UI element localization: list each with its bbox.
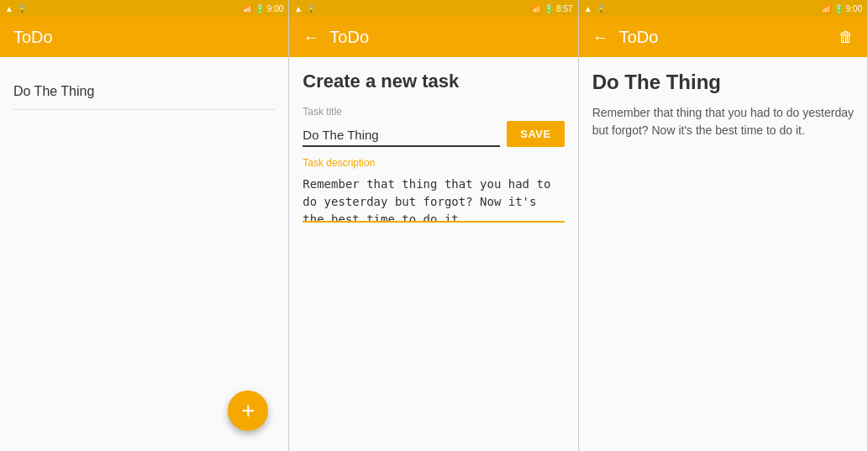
- lock-icon: 🔒: [17, 4, 27, 13]
- status-bar-right-2: 📶 🔋 8:57: [531, 4, 572, 13]
- time-display-1: 9:00: [267, 4, 283, 13]
- time-display-2: 8:57: [556, 4, 572, 13]
- status-bar-1: ▲ 🔒 📶 🔋 9:00: [0, 0, 288, 17]
- status-bar-right-1: 📶 🔋 9:00: [242, 4, 283, 13]
- status-bar-left-1: ▲ 🔒: [5, 4, 27, 13]
- back-button-3[interactable]: ←: [592, 28, 609, 47]
- battery-icon: 🔋: [255, 4, 265, 13]
- back-button-2[interactable]: ←: [302, 28, 319, 47]
- task-item-1[interactable]: Do The Thing: [13, 71, 275, 110]
- create-task-form: Create a new task Task title SAVE Task d…: [289, 57, 577, 451]
- battery-icon-2: 🔋: [544, 4, 554, 13]
- status-bar-left-3: ▲ 🔒: [584, 4, 606, 13]
- app-bar-1: ToDo: [0, 17, 288, 57]
- status-bar-left-2: ▲ 🔒: [294, 4, 316, 13]
- task-title-input[interactable]: [302, 124, 500, 147]
- signal-icon: 📶: [242, 4, 252, 13]
- app-title-1: ToDo: [13, 28, 53, 47]
- lock-icon-3: 🔒: [596, 4, 606, 13]
- warning-icon-2: ▲: [294, 4, 302, 13]
- panel-list: ▲ 🔒 📶 🔋 9:00 ToDo Do The Thing +: [0, 0, 289, 451]
- task-detail-desc: Remember that thing that you had to do y…: [592, 104, 854, 139]
- title-row: SAVE: [302, 121, 564, 147]
- delete-button[interactable]: 🗑: [839, 29, 854, 46]
- panel-create: ▲ 🔒 📶 🔋 8:57 ← ToDo Create a new task Ta…: [289, 0, 578, 451]
- warning-icon-3: ▲: [584, 4, 592, 13]
- plus-icon: +: [241, 399, 255, 422]
- task-desc-input[interactable]: [302, 172, 564, 223]
- title-field-label: Task title: [302, 106, 564, 118]
- create-task-heading: Create a new task: [302, 71, 564, 92]
- app-bar-2: ← ToDo: [289, 17, 577, 57]
- fab-button[interactable]: +: [228, 391, 268, 431]
- status-bar-3: ▲ 🔒 📶 🔋 9:00: [579, 0, 867, 17]
- lock-icon-2: 🔒: [306, 4, 316, 13]
- warning-icon: ▲: [5, 4, 13, 13]
- signal-icon-3: 📶: [821, 4, 831, 13]
- task-item-label: Do The Thing: [13, 84, 94, 98]
- status-bar-right-3: 📶 🔋 9:00: [821, 4, 862, 13]
- status-bar-2: ▲ 🔒 📶 🔋 8:57: [289, 0, 577, 17]
- battery-icon-3: 🔋: [834, 4, 844, 13]
- signal-icon-2: 📶: [531, 4, 541, 13]
- panel-detail: ▲ 🔒 📶 🔋 9:00 ← ToDo 🗑 Do The Thing Remem…: [579, 0, 868, 451]
- app-title-2: ToDo: [329, 28, 369, 47]
- time-display-3: 9:00: [846, 4, 862, 13]
- app-title-3: ToDo: [619, 28, 659, 47]
- save-button[interactable]: SAVE: [507, 121, 564, 147]
- task-detail-title: Do The Thing: [592, 71, 854, 94]
- app-bar-3: ← ToDo 🗑: [579, 17, 867, 57]
- desc-field-label: Task description: [302, 157, 564, 169]
- task-detail-content: Do The Thing Remember that thing that yo…: [579, 57, 867, 451]
